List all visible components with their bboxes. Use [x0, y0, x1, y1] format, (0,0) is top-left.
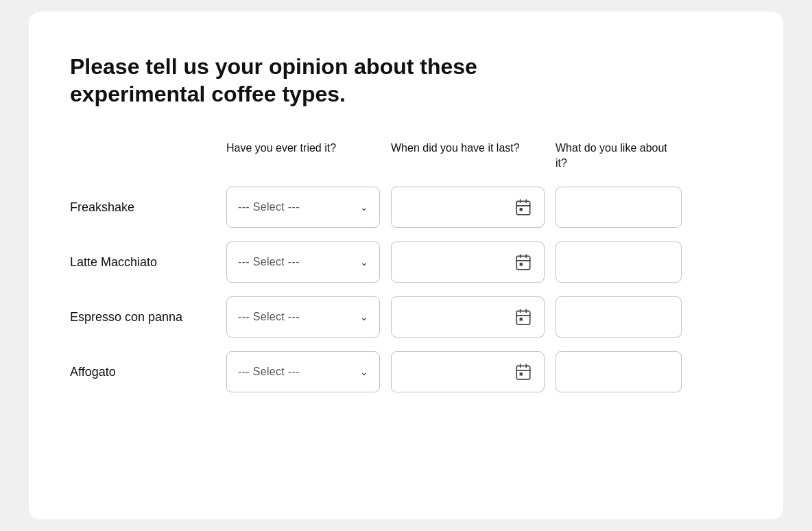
text-wrapper-espresso-con-panna — [550, 296, 687, 338]
select-label-latte-macchiato: --- Select --- — [238, 256, 300, 268]
select-label-espresso-con-panna: --- Select --- — [238, 311, 300, 323]
table-row: Espresso con panna --- Select --- ⌄ — [70, 296, 742, 338]
calendar-icon — [514, 252, 533, 272]
select-label-freakshake: --- Select --- — [238, 201, 300, 213]
select-wrapper-freakshake: --- Select --- ⌄ — [221, 187, 385, 228]
table-row: Affogato --- Select --- ⌄ — [70, 351, 742, 392]
row-label-espresso-con-panna: Espresso con panna — [70, 309, 221, 325]
table-row: Latte Macchiato --- Select --- ⌄ — [70, 241, 742, 283]
select-wrapper-espresso-con-panna: --- Select --- ⌄ — [221, 296, 385, 338]
select-wrapper-latte-macchiato: --- Select --- ⌄ — [221, 241, 385, 283]
svg-rect-0 — [516, 202, 530, 215]
date-wrapper-affogato — [385, 351, 550, 392]
select-latte-macchiato[interactable]: --- Select --- ⌄ — [226, 241, 380, 283]
row-label-latte-macchiato: Latte Macchiato — [70, 254, 221, 270]
select-espresso-con-panna[interactable]: --- Select --- ⌄ — [226, 296, 380, 338]
text-wrapper-affogato — [550, 351, 687, 392]
date-wrapper-freakshake — [385, 187, 550, 228]
chevron-down-icon: ⌄ — [360, 257, 368, 268]
header-empty — [70, 141, 221, 170]
chevron-down-icon: ⌄ — [360, 311, 368, 322]
table-row: Freakshake --- Select --- ⌄ — [70, 187, 742, 228]
date-input-espresso-con-panna[interactable] — [391, 296, 545, 338]
svg-rect-5 — [516, 257, 530, 270]
survey-table: Have you ever tried it? When did you hav… — [70, 141, 742, 392]
text-wrapper-latte-macchiato — [550, 241, 687, 283]
select-affogato[interactable]: --- Select --- ⌄ — [226, 351, 380, 392]
header-col3: What do you like about it? — [550, 141, 687, 170]
svg-rect-19 — [520, 373, 523, 375]
select-freakshake[interactable]: --- Select --- ⌄ — [226, 187, 380, 228]
svg-rect-4 — [520, 208, 523, 211]
header-col1: Have you ever tried it? — [221, 141, 385, 170]
text-wrapper-freakshake — [550, 187, 687, 228]
header-col2: When did you have it last? — [385, 141, 550, 170]
text-input-affogato[interactable] — [556, 351, 682, 392]
row-label-freakshake: Freakshake — [70, 199, 221, 215]
header-row: Have you ever tried it? When did you hav… — [70, 141, 742, 170]
svg-rect-10 — [516, 311, 530, 325]
date-wrapper-espresso-con-panna — [385, 296, 550, 338]
survey-card: Please tell us your opinion about these … — [29, 12, 783, 519]
date-wrapper-latte-macchiato — [385, 241, 550, 283]
text-input-freakshake[interactable] — [556, 187, 682, 228]
svg-rect-15 — [516, 366, 530, 380]
page-title: Please tell us your opinion about these … — [70, 53, 550, 108]
date-input-affogato[interactable] — [391, 351, 545, 392]
date-input-latte-macchiato[interactable] — [391, 241, 545, 283]
calendar-icon — [514, 362, 533, 381]
text-input-espresso-con-panna[interactable] — [556, 296, 682, 338]
chevron-down-icon: ⌄ — [360, 366, 368, 377]
calendar-icon — [514, 198, 533, 217]
select-wrapper-affogato: --- Select --- ⌄ — [221, 351, 385, 392]
chevron-down-icon: ⌄ — [360, 202, 368, 213]
date-input-freakshake[interactable] — [391, 187, 545, 228]
text-input-latte-macchiato[interactable] — [556, 241, 682, 283]
row-label-affogato: Affogato — [70, 364, 221, 380]
svg-rect-14 — [520, 318, 523, 320]
svg-rect-9 — [520, 263, 523, 266]
calendar-icon — [514, 307, 533, 327]
select-label-affogato: --- Select --- — [238, 366, 300, 378]
